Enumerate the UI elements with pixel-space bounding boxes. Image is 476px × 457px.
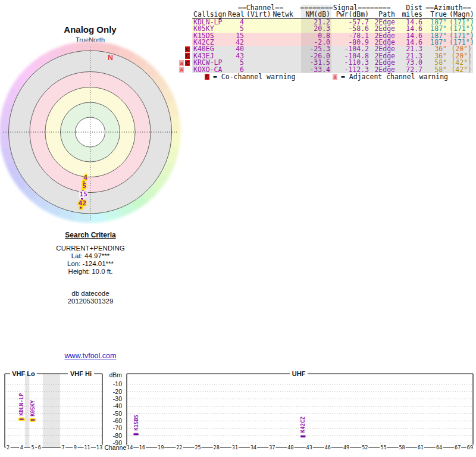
site-link-container: www.tvfool.com	[0, 350, 181, 361]
band-station-label: K42CZ	[300, 417, 306, 433]
vhf-lo-label: VHF Lo	[12, 370, 35, 377]
band-station-marker	[30, 419, 36, 421]
channel-tick: 28	[214, 445, 220, 450]
channel-tick: 40	[287, 445, 293, 450]
band-station-marker	[300, 435, 306, 437]
band-station-label: K15DS	[133, 415, 139, 431]
adjacent-channel-warning-badge: a	[179, 67, 184, 73]
channel-tick: 16	[139, 445, 145, 450]
co-channel-warning-badge: C	[185, 60, 190, 66]
table-row: K40EGC40-25.3-104.22Edge21.336°(20°)	[192, 46, 473, 52]
cell-magn_az: (42°)	[448, 67, 473, 73]
channel-tick: 52	[362, 445, 368, 450]
polar-station-label: 42	[79, 199, 86, 207]
channel-tick: 2	[7, 445, 10, 450]
tvfool-report: Analog Only TrueNorth N 451542 ==Channel…	[0, 0, 476, 457]
station-markers: KDLN-LPK05KYK15DSK42CZ	[18, 393, 306, 437]
cell-virt	[245, 26, 268, 32]
adjacent-channel-warning-badge: a	[179, 60, 184, 66]
uhf-label: UHF	[292, 370, 306, 377]
channel-tick: 6	[38, 445, 41, 450]
db-datecode-value: 201205301329	[16, 298, 165, 305]
band-station-label: KDLN-LP	[18, 393, 24, 416]
co-channel-legend-text: = Co-channel warning	[213, 73, 295, 81]
cell-nm: -33.4	[295, 67, 331, 73]
search-lat: Lat: 44.97***	[16, 252, 165, 260]
co-channel-warning-badge: C	[185, 46, 190, 52]
y-axis-unit: dBm	[109, 371, 122, 378]
channel-tick: 14	[127, 445, 133, 450]
channel-tick: 13	[96, 445, 102, 450]
search-lon: Lon: -124.01***	[16, 260, 165, 268]
adjacent-channel-legend: a= Adjacent channel warning	[333, 73, 448, 81]
adjacent-channel-badge: a	[333, 74, 337, 80]
cell-virt	[245, 53, 268, 60]
channel-tick: 64	[436, 445, 442, 450]
channel-tick: 4	[20, 445, 23, 450]
channel-tick: 22	[176, 445, 182, 450]
channel-tick: 9	[74, 445, 77, 450]
db-datecode-label: db datecode	[16, 290, 165, 298]
channel-tick: 25	[195, 445, 201, 450]
cell-netwk	[268, 18, 295, 26]
channel-tick: 49	[343, 445, 349, 450]
cell-virt	[245, 33, 268, 39]
signal-table: ==Channel== ========Signal======== Dist …	[192, 5, 473, 73]
band-station-marker	[133, 433, 139, 436]
uhf-panel-border	[127, 374, 473, 447]
vhf-hi-label: VHF Hi	[70, 370, 92, 377]
channel-tick: 58	[399, 445, 405, 450]
dbm-tick: -70	[113, 424, 122, 431]
polar-station-label: 15	[80, 190, 87, 198]
channel-tick: 31	[232, 445, 238, 450]
band-station-marker	[19, 418, 24, 421]
cell-netwk	[268, 46, 295, 52]
cell-virt	[245, 18, 268, 26]
search-mode: CURRENT+PENDING	[16, 245, 165, 252]
dbm-tick: -50	[113, 410, 122, 417]
co-channel-warning-badge: C	[185, 53, 190, 59]
cell-netwk	[268, 53, 295, 60]
channel-tick: 67	[455, 445, 461, 450]
frequency-gap-band	[43, 374, 60, 447]
channel-tick: 7	[62, 445, 65, 450]
polar-plot: N 451542	[0, 0, 184, 229]
col-netwk: Netwk	[268, 11, 295, 18]
adjacent-channel-legend-text: = Adjacent channel warning	[341, 73, 448, 81]
channel-tick: 34	[250, 445, 256, 450]
table-row: K43EJC43-26.0-104.82Edge21.336°(20°)	[192, 53, 473, 60]
cell-netwk	[268, 39, 295, 46]
band-gridlines	[5, 384, 473, 443]
channel-tick: 55	[380, 445, 386, 450]
magnetic-north-label: N	[108, 54, 113, 62]
dbm-tick: -90	[113, 439, 122, 446]
cell-netwk	[268, 26, 295, 32]
channel-tick: 69	[467, 445, 473, 450]
col-virt: (Virt)	[245, 11, 268, 18]
co-channel-legend: C= Co-channel warning	[205, 73, 295, 81]
table-row: K42CZ42-2.0-80.92Edge14.6187°(171°)	[192, 39, 473, 46]
frequency-gap-band	[25, 374, 30, 447]
channel-tick: 37	[269, 445, 275, 450]
dbm-tick: -30	[113, 395, 122, 402]
polar-station-label: 5	[83, 182, 87, 190]
search-criteria-block: Search Criteria CURRENT+PENDING Lat: 44.…	[16, 231, 165, 305]
dbm-tick: -10	[113, 380, 122, 387]
cell-netwk	[268, 33, 295, 39]
dbm-tick: -60	[113, 417, 122, 424]
channel-tick: 46	[325, 445, 331, 450]
band-station-label: K05KY	[30, 400, 36, 417]
dbm-tick: -20	[113, 388, 122, 395]
search-criteria-title: Search Criteria	[16, 231, 165, 239]
cell-netwk	[268, 60, 295, 66]
cell-virt	[245, 60, 268, 66]
cell-virt	[245, 46, 268, 52]
search-height: Height: 10.0 ft.	[16, 268, 165, 276]
channel-tick: 61	[418, 445, 424, 450]
channel-tick: 43	[306, 445, 312, 450]
table-row: KRCW-LPaC5-31.5-110.32Edge73.058°(42°)	[192, 60, 473, 66]
cell-virt	[245, 39, 268, 46]
tvfool-link[interactable]: www.tvfool.com	[65, 352, 117, 360]
band-chart: VHF Lo VHF Hi UHF dBm Channel -10-20-30-…	[0, 369, 476, 457]
co-channel-badge: C	[205, 74, 209, 80]
